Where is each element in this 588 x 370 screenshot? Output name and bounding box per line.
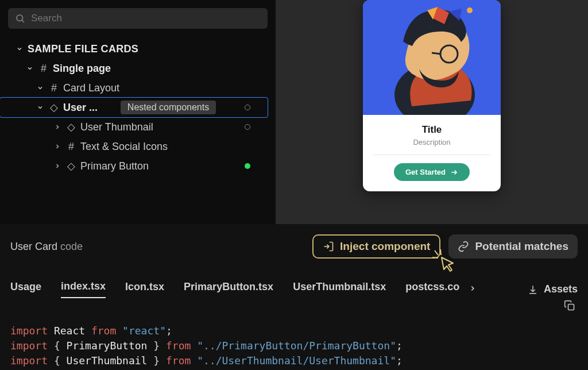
preview-panel: Title Description Get Started [276, 0, 588, 224]
svg-line-14 [440, 249, 441, 255]
chevron-right-icon [53, 143, 62, 150]
cursor-icon [432, 249, 455, 272]
nested-components-badge[interactable]: Nested components [121, 101, 216, 114]
assets-label: Assets [544, 283, 578, 295]
tree-item-card-layout[interactable]: # Card Layout [8, 78, 268, 98]
component-icon: ◇ [48, 101, 60, 114]
tree-item-user-card[interactable]: ◇ User ... Nested components [0, 98, 268, 117]
tab-icon[interactable]: Icon.tsx [125, 281, 164, 298]
component-icon: ◇ [65, 160, 77, 172]
card-image [363, 0, 501, 115]
tree-item-single-page[interactable]: # Single page [8, 59, 268, 78]
tree-section-header[interactable]: SAMPLE FILE CARDS [8, 39, 268, 59]
search-input[interactable] [31, 13, 261, 24]
potential-matches-button[interactable]: Potential matches [448, 234, 578, 259]
inject-icon [323, 241, 334, 252]
tree-item-label: Text & Social Icons [80, 141, 168, 153]
chevron-right-icon[interactable] [469, 283, 477, 295]
link-icon [458, 241, 469, 252]
chevron-down-icon [25, 65, 34, 72]
inject-component-button[interactable]: Inject component [312, 234, 440, 259]
component-icon: ◇ [65, 121, 77, 133]
frame-icon: # [38, 63, 49, 75]
search-box[interactable] [8, 8, 268, 29]
svg-rect-15 [568, 305, 574, 310]
chevron-down-icon [36, 84, 45, 91]
avatar-illustration [363, 0, 501, 115]
button-label: Get Started [405, 168, 446, 176]
code-block: import React from "react"; import { Prim… [10, 309, 578, 370]
svg-line-13 [432, 257, 438, 258]
svg-line-1 [22, 20, 24, 22]
tab-user-thumbnail[interactable]: UserThumbnail.tsx [293, 281, 386, 298]
code-panel: User Card code Inject component Potentia… [0, 224, 588, 370]
chevron-right-icon [53, 124, 62, 130]
copy-icon[interactable] [564, 300, 575, 314]
frame-icon: # [48, 82, 60, 94]
tab-usage[interactable]: Usage [10, 281, 41, 298]
tree-item-label: User Thumbnail [80, 121, 153, 133]
status-dot-icon [245, 124, 250, 130]
arrow-right-icon [450, 168, 458, 176]
frame-icon: # [65, 141, 77, 153]
tab-primary-button[interactable]: PrimaryButton.tsx [184, 281, 273, 298]
code-tabs: Usage index.tsx Icon.tsx PrimaryButton.t… [10, 280, 578, 298]
layers-panel: SAMPLE FILE CARDS # Single page # Card L… [0, 0, 276, 224]
assets-button[interactable]: Assets [528, 283, 578, 295]
card-preview: Title Description Get Started [363, 0, 501, 191]
get-started-button[interactable]: Get Started [394, 163, 470, 181]
code-panel-title: User Card code [10, 241, 83, 253]
svg-line-8 [432, 53, 440, 54]
svg-point-0 [17, 15, 23, 21]
status-dot-icon [245, 105, 250, 110]
download-icon [528, 284, 538, 295]
search-icon [15, 13, 25, 24]
tree-item-text-social[interactable]: # Text & Social Icons [8, 137, 268, 156]
tree-item-user-thumbnail[interactable]: ◇ User Thumbnail [8, 117, 268, 137]
button-label: Inject component [340, 240, 430, 253]
button-label: Potential matches [475, 240, 568, 253]
divider [373, 155, 490, 155]
card-description: Description [373, 138, 490, 147]
chevron-down-icon [36, 104, 45, 111]
tab-index[interactable]: index.tsx [61, 280, 106, 298]
tab-postcss[interactable]: postcss.co [405, 281, 459, 298]
svg-line-12 [435, 250, 438, 255]
tree-item-primary-button[interactable]: ◇ Primary Button [8, 156, 268, 176]
chevron-down-icon [15, 45, 24, 52]
tree-item-label: Primary Button [80, 160, 149, 172]
card-title: Title [373, 124, 490, 136]
chevron-right-icon [53, 163, 62, 169]
section-label: SAMPLE FILE CARDS [28, 43, 138, 55]
tree-item-label: Single page [53, 63, 111, 75]
tree-item-label: User ... [63, 102, 98, 114]
svg-point-9 [467, 7, 473, 13]
tree-item-label: Card Layout [63, 82, 119, 94]
status-dot-icon [245, 163, 250, 169]
